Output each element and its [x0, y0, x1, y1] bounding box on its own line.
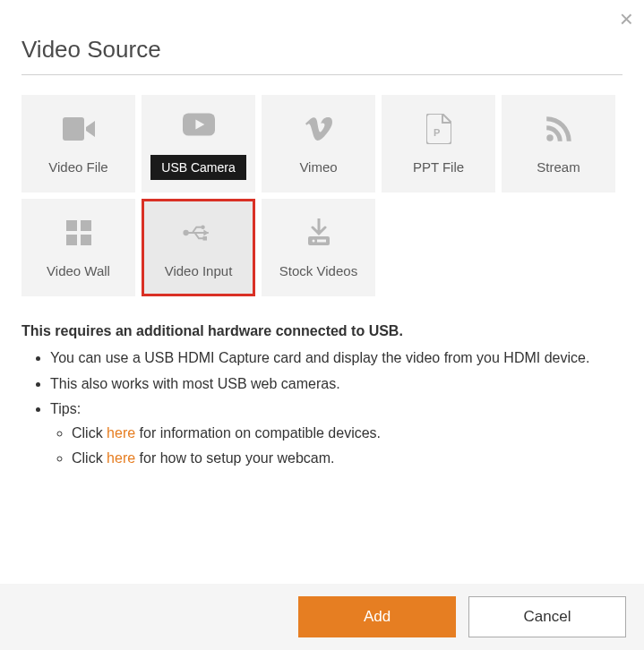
tile-label: Video File [48, 159, 107, 175]
svg-rect-4 [81, 220, 91, 231]
svg-text:P: P [434, 127, 440, 138]
svg-rect-10 [202, 236, 207, 241]
svg-point-12 [312, 240, 314, 243]
rss-icon [543, 113, 575, 145]
tile-label: Video Input [165, 263, 233, 278]
close-button[interactable]: × [620, 7, 633, 30]
description-subitem: Click here for information on compatible… [72, 422, 623, 445]
youtube-play-icon [183, 108, 215, 141]
description-heading: This requires an additional hardware con… [21, 320, 623, 343]
tile-label: PPT File [413, 159, 464, 175]
svg-rect-5 [66, 235, 77, 245]
svg-rect-13 [317, 240, 326, 243]
tile-usb-camera[interactable]: USB Camera [142, 95, 255, 192]
download-icon [303, 217, 335, 249]
svg-rect-6 [81, 235, 91, 245]
tile-label: Stock Videos [279, 263, 357, 278]
description-block: This requires an additional hardware con… [21, 320, 623, 470]
svg-point-2 [546, 134, 554, 141]
tile-label: Stream [537, 159, 580, 175]
tile-vimeo[interactable]: Vimeo [262, 95, 375, 192]
tile-ppt-file[interactable]: P PPT File [382, 95, 495, 192]
tile-label: Video Wall [47, 263, 110, 278]
modal-title: Video Source [21, 36, 623, 75]
compatible-devices-link[interactable]: here [107, 425, 135, 440]
tile-stream[interactable]: Stream [502, 95, 615, 192]
svg-rect-3 [66, 220, 77, 231]
tile-video-input[interactable]: Video Input [142, 199, 255, 296]
description-item: Tips: Click here for information on comp… [50, 398, 623, 470]
description-item: This also works with most USB web camera… [50, 372, 623, 396]
description-subitem: Click here for how to setup your webcam. [72, 447, 623, 470]
tile-label: USB Camera [150, 155, 245, 180]
cancel-button[interactable]: Cancel [468, 596, 626, 637]
usb-icon [183, 217, 215, 249]
webcam-setup-link[interactable]: here [107, 450, 135, 466]
tile-video-wall[interactable]: Video Wall [21, 199, 135, 296]
grid-icon [63, 217, 95, 249]
tile-stock-videos[interactable]: Stock Videos [262, 199, 375, 296]
add-button[interactable]: Add [298, 596, 456, 637]
video-camera-icon [63, 113, 95, 145]
description-item: You can use a USB HDMI Capture card and … [50, 346, 623, 370]
tile-label: Vimeo [299, 159, 337, 175]
modal-footer: Add Cancel [0, 584, 644, 650]
vimeo-icon [303, 113, 335, 145]
source-grid: Video File USB Camera Vimeo P [21, 95, 623, 296]
tile-video-file[interactable]: Video File [21, 95, 135, 192]
ppt-file-icon: P [423, 113, 455, 145]
svg-point-9 [201, 225, 205, 229]
